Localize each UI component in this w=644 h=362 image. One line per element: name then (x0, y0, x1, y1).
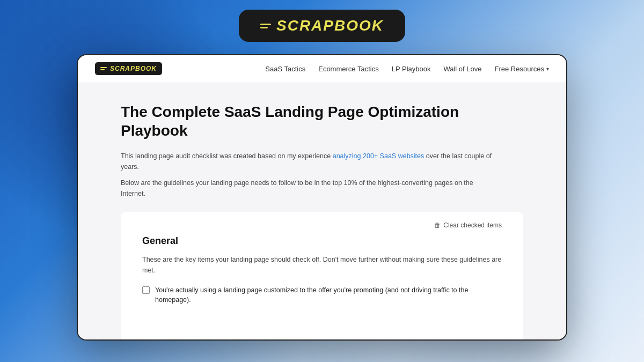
nav-free-resources-dropdown[interactable]: Free Resources ▾ (495, 65, 549, 73)
device-frame: SCRAPBOOK SaaS Tactics Ecommerce Tactics… (78, 55, 566, 339)
section-title: General (142, 235, 502, 247)
site-nav: SCRAPBOOK SaaS Tactics Ecommerce Tactics… (78, 55, 566, 83)
page-intro-2: Below are the guidelines your landing pa… (121, 178, 496, 199)
analyzing-link[interactable]: analyzing 200+ SaaS websites (333, 152, 425, 160)
site-logo[interactable]: SCRAPBOOK (95, 62, 162, 75)
section-description: These are the key items your landing pag… (142, 254, 502, 276)
site-logo-text: SCRAPBOOK (110, 65, 157, 72)
content-box: 🗑 Clear checked items General These are … (121, 212, 523, 339)
top-logo-text: SCRAPBOOK (276, 17, 384, 34)
page-title: The Complete SaaS Landing Page Optimizat… (121, 102, 523, 140)
clear-checked-button[interactable]: 🗑 Clear checked items (434, 221, 502, 229)
nav-links: SaaS Tactics Ecommerce Tactics LP Playbo… (265, 65, 549, 73)
checklist-item: You're actually using a landing page cus… (142, 285, 502, 306)
nav-saas-tactics[interactable]: SaaS Tactics (265, 65, 305, 73)
checklist-item-text: You're actually using a landing page cus… (155, 285, 502, 306)
nav-wall-of-love[interactable]: Wall of Love (443, 65, 481, 73)
nav-free-resources-label: Free Resources (495, 65, 544, 73)
top-logo: SCRAPBOOK (239, 10, 405, 42)
scrapbook-logo-icon (260, 24, 271, 28)
nav-lp-playbook[interactable]: LP Playbook (392, 65, 431, 73)
page-intro-1: This landing page audit checklist was cr… (121, 151, 496, 172)
nav-ecommerce-tactics[interactable]: Ecommerce Tactics (318, 65, 378, 73)
page-content: The Complete SaaS Landing Page Optimizat… (78, 83, 566, 339)
clear-btn-row: 🗑 Clear checked items (142, 221, 502, 229)
site-logo-icon (100, 67, 107, 70)
checklist-checkbox[interactable] (142, 286, 150, 294)
trash-icon: 🗑 (434, 221, 441, 229)
chevron-down-icon: ▾ (546, 66, 549, 72)
